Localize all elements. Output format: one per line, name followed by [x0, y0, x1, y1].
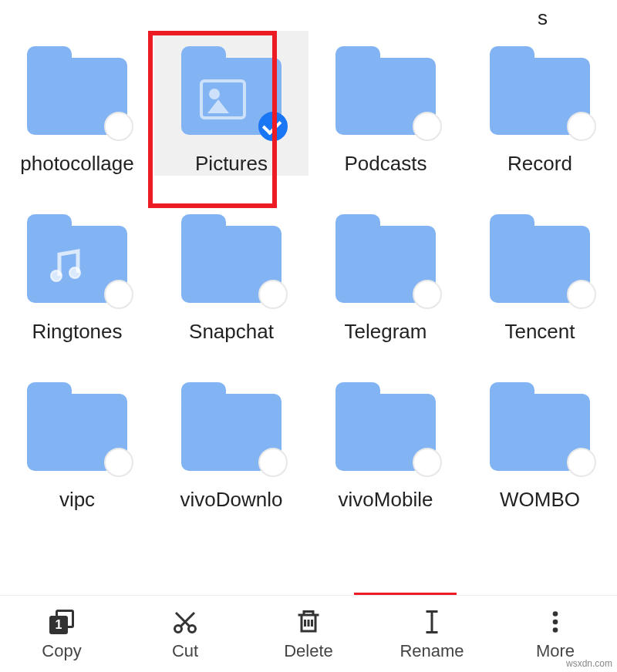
folder-icon	[27, 214, 127, 303]
more-vertical-icon	[541, 607, 570, 637]
folder-label: Snapchat	[189, 320, 274, 344]
folder-item-record[interactable]: Record	[463, 31, 617, 176]
svg-point-5	[553, 619, 558, 624]
folder-label: Tencent	[504, 320, 575, 344]
svg-point-1	[69, 267, 80, 278]
folder-grid: photocollage Pictures Podcasts Record	[0, 31, 617, 512]
folder-item-pictures[interactable]: Pictures	[154, 31, 308, 176]
folder-icon	[335, 382, 436, 471]
text-cursor-icon	[417, 607, 447, 637]
selection-circle[interactable]	[258, 448, 288, 477]
selection-circle[interactable]	[413, 280, 442, 309]
folder-label: Ringtones	[32, 320, 122, 344]
trash-icon	[294, 607, 323, 637]
folder-item-photocollage[interactable]: photocollage	[0, 31, 154, 176]
folder-icon	[490, 214, 590, 303]
selection-circle[interactable]	[567, 112, 596, 141]
folder-item-vivomobile[interactable]: vivoMobile	[308, 367, 463, 512]
delete-button[interactable]: Delete	[247, 596, 370, 672]
folder-label: WOMBO	[500, 488, 580, 512]
rename-button[interactable]: Rename	[370, 596, 494, 672]
folder-item-tencent[interactable]: Tencent	[463, 199, 617, 344]
folder-icon	[335, 46, 436, 135]
selection-circle[interactable]	[567, 448, 596, 477]
folder-item-wombo[interactable]: WOMBO	[463, 367, 617, 512]
folder-item-vivodownlo[interactable]: vivoDownlo	[154, 367, 308, 512]
delete-label: Delete	[284, 641, 333, 661]
cut-button[interactable]: Cut	[123, 596, 247, 672]
folder-icon	[335, 214, 436, 303]
folder-label: Pictures	[195, 152, 268, 176]
folder-icon	[181, 382, 282, 471]
folder-label: vivoDownlo	[180, 488, 283, 512]
folder-label: Telegram	[345, 320, 427, 344]
folder-label: Podcasts	[345, 152, 427, 176]
folder-item-telegram[interactable]: Telegram	[308, 199, 463, 344]
image-icon	[200, 79, 246, 119]
copy-icon: 1	[47, 607, 76, 637]
action-toolbar: 1 Copy Cut Delete Rename More	[0, 595, 617, 672]
folder-icon	[490, 46, 590, 135]
selection-circle[interactable]	[567, 280, 596, 309]
music-icon	[46, 244, 86, 289]
folder-item-podcasts[interactable]: Podcasts	[308, 31, 463, 176]
folder-label: vivoMobile	[339, 488, 433, 512]
folder-icon	[27, 382, 127, 471]
folder-icon	[490, 382, 590, 471]
watermark-text: wsxdn.com	[566, 658, 612, 669]
selection-circle-checked[interactable]	[258, 112, 288, 141]
svg-point-4	[553, 611, 558, 617]
selection-circle[interactable]	[104, 112, 133, 141]
folder-icon	[181, 214, 282, 303]
selection-circle[interactable]	[413, 112, 442, 141]
rename-label: Rename	[400, 641, 464, 661]
selection-circle[interactable]	[104, 280, 133, 309]
selection-circle[interactable]	[104, 448, 133, 477]
folder-item-ringtones[interactable]: Ringtones	[0, 199, 154, 344]
copy-label: Copy	[42, 641, 81, 661]
folder-icon	[181, 46, 282, 135]
folder-item-snapchat[interactable]: Snapchat	[154, 199, 308, 344]
copy-button[interactable]: 1 Copy	[0, 596, 123, 672]
svg-point-6	[553, 627, 558, 633]
header-trailing-char: s	[538, 6, 548, 30]
svg-point-0	[51, 270, 62, 281]
folder-label: Record	[507, 152, 572, 176]
folder-item-vipc[interactable]: vipc	[0, 367, 154, 512]
cut-label: Cut	[172, 641, 198, 661]
copy-count: 1	[49, 616, 68, 634]
scissors-icon	[170, 607, 200, 637]
folder-label: photocollage	[20, 152, 133, 176]
selection-circle[interactable]	[258, 280, 288, 309]
folder-icon	[27, 46, 127, 135]
selection-circle[interactable]	[413, 448, 442, 477]
folder-label: vipc	[59, 488, 95, 512]
